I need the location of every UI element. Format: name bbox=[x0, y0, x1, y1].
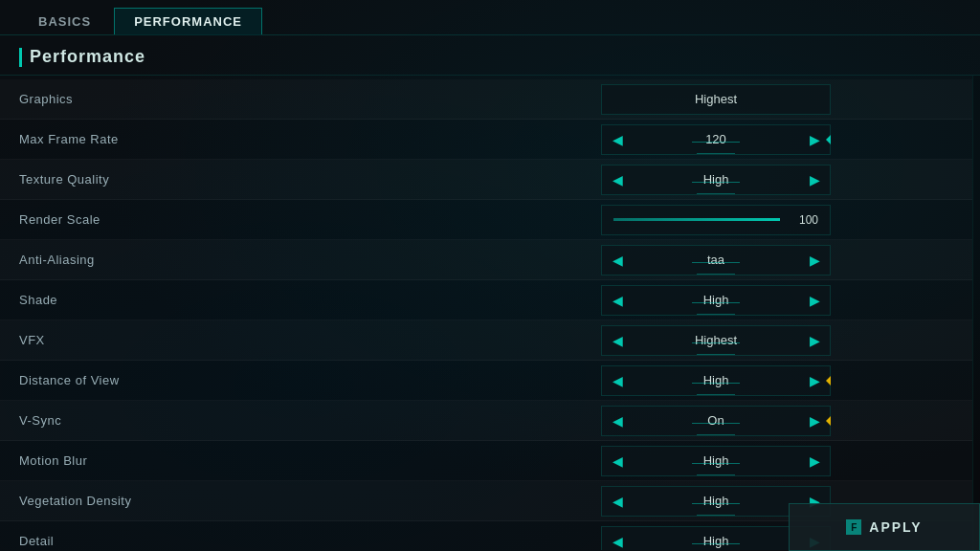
arrow-value-max-frame-rate: 120 bbox=[633, 132, 799, 146]
tab-basics[interactable]: BASICS bbox=[19, 9, 110, 34]
setting-control-shade: ◀High▶ bbox=[479, 285, 953, 316]
arrow-left-motion-blur[interactable]: ◀ bbox=[602, 446, 633, 476]
setting-label-detail: Detail bbox=[19, 534, 479, 548]
setting-row-graphics: GraphicsHighest bbox=[0, 79, 972, 120]
setting-row-texture-quality: Texture Quality◀High▶ bbox=[0, 160, 972, 200]
setting-label-shade: Shade bbox=[19, 293, 479, 307]
setting-control-distance-of-view: ◀High▶ bbox=[479, 365, 953, 396]
setting-row-vfx: VFX◀Highest▶ bbox=[0, 320, 972, 361]
apply-label: APPLY bbox=[869, 519, 922, 535]
apply-icon: F bbox=[846, 519, 861, 535]
setting-control-max-frame-rate: ◀120▶ bbox=[479, 124, 953, 155]
setting-label-max-frame-rate: Max Frame Rate bbox=[19, 132, 479, 146]
arrow-control-motion-blur: ◀High▶ bbox=[601, 446, 831, 476]
arrow-value-shade: High bbox=[633, 293, 799, 307]
arrow-value-v-sync: On bbox=[633, 413, 799, 428]
setting-control-vfx: ◀Highest▶ bbox=[479, 325, 953, 356]
apply-button[interactable]: F APPLY bbox=[789, 503, 980, 551]
settings-container: GraphicsHighestMax Frame Rate◀120▶Textur… bbox=[0, 76, 980, 550]
setting-control-motion-blur: ◀High▶ bbox=[479, 446, 953, 476]
setting-row-anti-aliasing: Anti-Aliasing◀taa▶ bbox=[0, 240, 972, 280]
arrow-right-vfx[interactable]: ▶ bbox=[799, 325, 830, 356]
arrow-left-detail[interactable]: ◀ bbox=[602, 526, 633, 551]
page-title: Performance bbox=[0, 35, 980, 76]
arrow-control-shade: ◀High▶ bbox=[601, 285, 831, 316]
setting-label-motion-blur: Motion Blur bbox=[19, 453, 479, 468]
static-value-graphics: Highest bbox=[601, 84, 831, 115]
arrow-control-distance-of-view: ◀High▶ bbox=[601, 365, 831, 396]
arrow-value-detail: High bbox=[633, 534, 799, 548]
setting-label-vfx: VFX bbox=[19, 333, 479, 347]
setting-row-distance-of-view: Distance of View◀High▶ bbox=[0, 361, 972, 401]
arrow-left-vegetation-density[interactable]: ◀ bbox=[602, 486, 633, 517]
arrow-right-motion-blur[interactable]: ▶ bbox=[799, 446, 830, 476]
arrow-control-vfx: ◀Highest▶ bbox=[601, 325, 831, 356]
arrow-left-max-frame-rate[interactable]: ◀ bbox=[602, 124, 633, 155]
arrow-value-texture-quality: High bbox=[633, 172, 799, 187]
setting-label-anti-aliasing: Anti-Aliasing bbox=[19, 253, 479, 267]
slider-track-render-scale bbox=[613, 218, 780, 221]
arrow-value-vfx: Highest bbox=[633, 333, 799, 347]
arrow-left-anti-aliasing[interactable]: ◀ bbox=[602, 245, 633, 276]
slider-value-render-scale: 100 bbox=[790, 213, 818, 227]
setting-label-vegetation-density: Vegetation Density bbox=[19, 494, 479, 508]
slider-fill-render-scale bbox=[613, 218, 780, 221]
setting-row-render-scale: Render Scale100 bbox=[0, 200, 972, 240]
arrow-left-texture-quality[interactable]: ◀ bbox=[602, 165, 633, 195]
setting-row-motion-blur: Motion Blur◀High▶ bbox=[0, 441, 972, 481]
setting-row-shade: Shade◀High▶ bbox=[0, 280, 972, 320]
setting-row-v-sync: V-Sync◀On▶ bbox=[0, 401, 972, 441]
setting-control-texture-quality: ◀High▶ bbox=[479, 165, 953, 195]
indicator-yellow-v-sync bbox=[826, 416, 831, 426]
indicator-yellow-distance-of-view bbox=[826, 376, 831, 386]
settings-list: GraphicsHighestMax Frame Rate◀120▶Textur… bbox=[0, 76, 972, 550]
tab-performance[interactable]: PERFORMANCE bbox=[114, 8, 262, 34]
arrow-control-texture-quality: ◀High▶ bbox=[601, 165, 831, 195]
arrow-left-shade[interactable]: ◀ bbox=[602, 285, 633, 316]
arrow-left-v-sync[interactable]: ◀ bbox=[602, 406, 633, 436]
setting-label-graphics: Graphics bbox=[19, 92, 479, 106]
setting-label-texture-quality: Texture Quality bbox=[19, 172, 479, 187]
slider-control-render-scale[interactable]: 100 bbox=[601, 205, 831, 235]
setting-control-render-scale: 100 bbox=[479, 205, 953, 235]
arrow-right-shade[interactable]: ▶ bbox=[799, 285, 830, 316]
arrow-control-max-frame-rate: ◀120▶ bbox=[601, 124, 831, 155]
arrow-value-distance-of-view: High bbox=[633, 373, 799, 387]
setting-label-v-sync: V-Sync bbox=[19, 413, 479, 428]
tab-bar: BASICS PERFORMANCE bbox=[0, 0, 980, 35]
arrow-value-vegetation-density: High bbox=[633, 494, 799, 508]
arrow-control-anti-aliasing: ◀taa▶ bbox=[601, 245, 831, 276]
arrow-right-texture-quality[interactable]: ▶ bbox=[799, 165, 830, 195]
arrow-right-anti-aliasing[interactable]: ▶ bbox=[799, 245, 830, 276]
setting-control-graphics: Highest bbox=[479, 84, 953, 115]
indicator-teal-max-frame-rate bbox=[826, 135, 831, 144]
setting-control-v-sync: ◀On▶ bbox=[479, 406, 953, 436]
arrow-left-vfx[interactable]: ◀ bbox=[602, 325, 633, 356]
arrow-left-distance-of-view[interactable]: ◀ bbox=[602, 365, 633, 396]
arrow-value-anti-aliasing: taa bbox=[633, 253, 799, 267]
setting-control-anti-aliasing: ◀taa▶ bbox=[479, 245, 953, 276]
setting-label-distance-of-view: Distance of View bbox=[19, 373, 479, 387]
scroll-indicator[interactable] bbox=[972, 76, 980, 550]
setting-label-render-scale: Render Scale bbox=[19, 212, 479, 227]
setting-row-max-frame-rate: Max Frame Rate◀120▶ bbox=[0, 120, 972, 160]
arrow-control-v-sync: ◀On▶ bbox=[601, 406, 831, 436]
arrow-value-motion-blur: High bbox=[633, 453, 799, 468]
